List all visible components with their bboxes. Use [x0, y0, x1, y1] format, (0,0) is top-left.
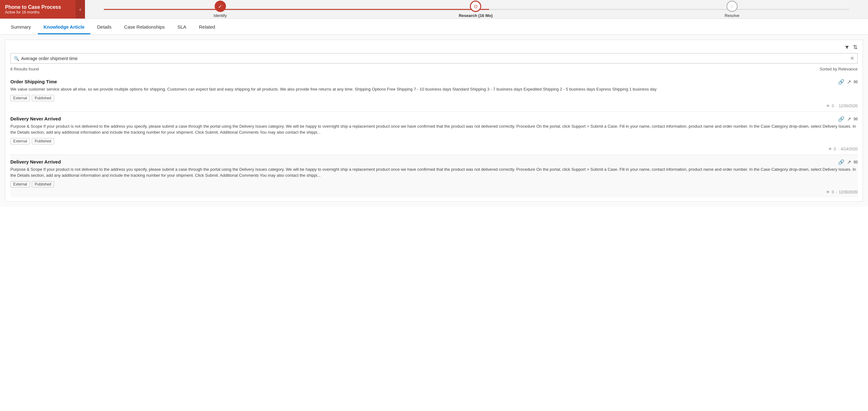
view-count: 0: [834, 147, 836, 151]
tag-external: External: [10, 95, 30, 101]
step-label-resolve: Resolve: [724, 13, 739, 18]
main-content: ▼ ⇅ 🔍 ✕ 6 Results found Sorted by Releva…: [0, 35, 868, 207]
view-icon: 👁: [826, 190, 830, 194]
article-date: 12/30/2020: [839, 190, 858, 194]
article-body: Purpose & Scope If your product is not d…: [10, 166, 858, 179]
process-title-main: Phone to Case Process: [5, 4, 70, 10]
results-count: 6 Results found: [10, 67, 39, 71]
article-item: Order Shipping Time 🔗 ↗ ✉ We value custo…: [10, 74, 858, 112]
view-count: 0: [832, 190, 834, 194]
tag-published: Published: [32, 138, 54, 144]
process-bar: Phone to Case Process Active for 16 mont…: [0, 0, 868, 19]
meta-separator: ·: [836, 190, 837, 194]
view-icon: 👁: [826, 104, 830, 108]
article-tags: External Published: [10, 181, 858, 187]
meta-separator: ·: [836, 104, 837, 108]
nav-tabs: Summary Knowledge Article Details Case R…: [0, 19, 868, 35]
results-info: 6 Results found Sorted by Relevance: [10, 67, 858, 71]
process-step-identify[interactable]: ✓ Identify: [214, 1, 227, 18]
tab-sla[interactable]: SLA: [172, 21, 192, 34]
article-title: Delivery Never Arrived: [10, 159, 61, 165]
process-title: Phone to Case Process Active for 16 mont…: [0, 0, 75, 19]
meta-separator: ·: [838, 147, 839, 151]
article-open-icon[interactable]: ↗: [847, 79, 851, 85]
filter-icon[interactable]: ▼: [844, 44, 850, 50]
process-title-sub: Active for 16 months: [5, 10, 70, 14]
article-tags: External Published: [10, 95, 858, 101]
article-open-icon[interactable]: ↗: [847, 159, 851, 165]
step-circle-resolve: ○: [726, 1, 738, 12]
process-steps: ✓ Identify ⊙ Research (16 Mo) ○ Resolve: [85, 1, 868, 18]
tab-case-relationships[interactable]: Case Relationships: [118, 21, 170, 34]
step-label-research: Research (16 Mo): [459, 13, 493, 18]
search-clear-icon[interactable]: ✕: [850, 55, 854, 61]
article-header: Delivery Never Arrived 🔗 ↗ ✉: [10, 159, 858, 166]
process-line-active: [104, 9, 489, 10]
search-bar: 🔍 ✕: [10, 53, 858, 64]
step-circle-identify: ✓: [215, 1, 226, 12]
tag-external: External: [10, 181, 30, 187]
article-meta: 👁 0 · 12/30/2020: [10, 104, 858, 108]
article-tags: External Published: [10, 138, 858, 144]
article-date: 4/14/2020: [841, 147, 858, 151]
view-count: 0: [832, 104, 834, 108]
article-open-icon[interactable]: ↗: [847, 116, 851, 122]
article-actions: 🔗 ↗ ✉: [838, 116, 858, 122]
tab-knowledge-article[interactable]: Knowledge Article: [38, 21, 90, 34]
process-step-research[interactable]: ⊙ Research (16 Mo): [459, 1, 493, 18]
tab-related[interactable]: Related: [193, 21, 221, 34]
article-header: Delivery Never Arrived 🔗 ↗ ✉: [10, 116, 858, 123]
article-email-icon[interactable]: ✉: [854, 116, 858, 122]
tab-details[interactable]: Details: [92, 21, 117, 34]
process-step-resolve[interactable]: ○ Resolve: [724, 1, 739, 18]
search-magnifier-icon: 🔍: [14, 56, 19, 61]
view-icon: 👁: [828, 147, 832, 151]
article-actions: 🔗 ↗ ✉: [838, 79, 858, 85]
tag-published: Published: [32, 95, 54, 101]
article-link-icon[interactable]: 🔗: [838, 79, 844, 85]
article-meta: 👁 0 · 4/14/2020: [10, 147, 858, 151]
article-title: Order Shipping Time: [10, 79, 57, 84]
article-header: Order Shipping Time 🔗 ↗ ✉: [10, 79, 858, 86]
article-body: We value customer service above all else…: [10, 86, 858, 93]
knowledge-panel: ▼ ⇅ 🔍 ✕ 6 Results found Sorted by Releva…: [5, 40, 863, 202]
process-collapse-button[interactable]: ‹: [75, 0, 85, 19]
article-body: Purpose & Scope If your product is not d…: [10, 123, 858, 136]
step-label-identify: Identify: [214, 13, 227, 18]
article-title: Delivery Never Arrived: [10, 116, 61, 122]
tag-external: External: [10, 138, 30, 144]
article-actions: 🔗 ↗ ✉: [838, 159, 858, 165]
article-email-icon[interactable]: ✉: [854, 159, 858, 165]
article-item: Delivery Never Arrived 🔗 ↗ ✉ Purpose & S…: [10, 155, 858, 198]
tag-published: Published: [32, 181, 54, 187]
toolbar-row: ▼ ⇅: [10, 44, 858, 50]
article-meta: 👁 0 · 12/30/2020: [10, 190, 858, 194]
article-item: Delivery Never Arrived 🔗 ↗ ✉ Purpose & S…: [10, 112, 858, 155]
tab-summary[interactable]: Summary: [5, 21, 36, 34]
article-date: 12/30/2020: [839, 104, 858, 108]
search-input[interactable]: [21, 56, 850, 61]
article-link-icon[interactable]: 🔗: [838, 159, 844, 165]
step-circle-research: ⊙: [470, 1, 481, 12]
article-link-icon[interactable]: 🔗: [838, 116, 844, 122]
sorted-by: Sorted by Relevance: [819, 67, 858, 71]
sort-icon[interactable]: ⇅: [853, 44, 858, 50]
article-email-icon[interactable]: ✉: [854, 79, 858, 85]
